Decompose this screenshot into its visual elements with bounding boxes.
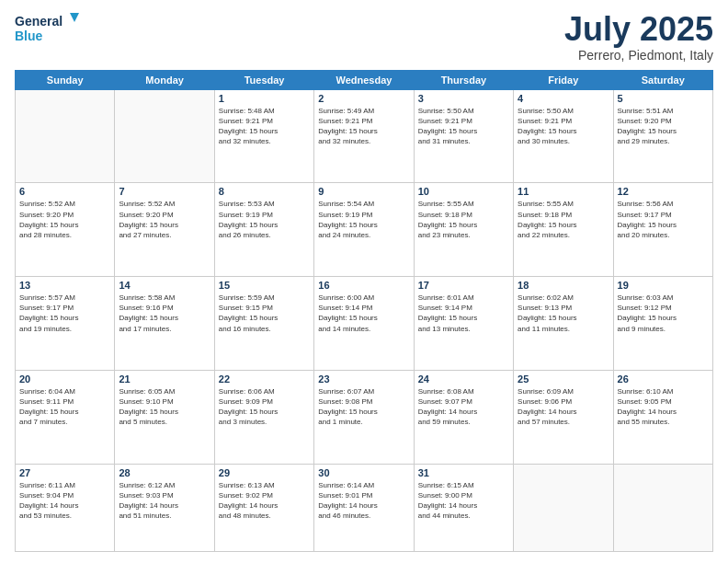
table-row: 22Sunrise: 6:06 AM Sunset: 9:09 PM Dayli…	[214, 370, 313, 464]
table-row: 16Sunrise: 6:00 AM Sunset: 9:14 PM Dayli…	[314, 277, 414, 371]
day-info: Sunrise: 6:03 AM Sunset: 9:12 PM Dayligh…	[618, 293, 709, 334]
day-number: 2	[318, 93, 409, 104]
month-title: July 2025	[564, 11, 713, 48]
day-info: Sunrise: 5:54 AM Sunset: 9:19 PM Dayligh…	[318, 199, 409, 240]
col-tuesday: Tuesday	[214, 70, 313, 89]
day-number: 28	[119, 467, 210, 478]
day-number: 17	[418, 280, 509, 291]
day-info: Sunrise: 6:11 AM Sunset: 9:04 PM Dayligh…	[19, 480, 110, 522]
table-row: 4Sunrise: 5:50 AM Sunset: 9:21 PM Daylig…	[514, 89, 613, 183]
calendar-week-row: 20Sunrise: 6:04 AM Sunset: 9:11 PM Dayli…	[16, 370, 713, 464]
day-info: Sunrise: 5:52 AM Sunset: 9:20 PM Dayligh…	[19, 199, 110, 240]
calendar-header-row: Sunday Monday Tuesday Wednesday Thursday…	[16, 70, 713, 89]
logo: General Blue	[15, 11, 79, 48]
table-row: 12Sunrise: 5:56 AM Sunset: 9:17 PM Dayli…	[613, 183, 712, 277]
table-row: 18Sunrise: 6:02 AM Sunset: 9:13 PM Dayli…	[514, 277, 613, 371]
day-info: Sunrise: 6:04 AM Sunset: 9:11 PM Dayligh…	[19, 386, 110, 428]
svg-text:Blue: Blue	[15, 29, 43, 43]
table-row: 8Sunrise: 5:53 AM Sunset: 9:19 PM Daylig…	[214, 183, 313, 277]
location: Perrero, Piedmont, Italy	[564, 48, 713, 63]
day-info: Sunrise: 6:05 AM Sunset: 9:10 PM Dayligh…	[119, 386, 210, 428]
day-info: Sunrise: 5:48 AM Sunset: 9:21 PM Dayligh…	[219, 106, 310, 147]
day-info: Sunrise: 5:58 AM Sunset: 9:16 PM Dayligh…	[119, 293, 210, 334]
table-row	[613, 464, 712, 551]
table-row	[16, 89, 115, 183]
day-number: 10	[418, 186, 509, 197]
day-info: Sunrise: 5:51 AM Sunset: 9:20 PM Dayligh…	[618, 106, 709, 147]
day-number: 12	[618, 186, 709, 197]
day-info: Sunrise: 5:59 AM Sunset: 9:15 PM Dayligh…	[219, 293, 310, 334]
day-info: Sunrise: 5:49 AM Sunset: 9:21 PM Dayligh…	[318, 106, 409, 147]
table-row: 10Sunrise: 5:55 AM Sunset: 9:18 PM Dayli…	[414, 183, 513, 277]
day-number: 18	[518, 280, 609, 291]
table-row: 27Sunrise: 6:11 AM Sunset: 9:04 PM Dayli…	[16, 464, 115, 551]
table-row: 28Sunrise: 6:12 AM Sunset: 9:03 PM Dayli…	[115, 464, 214, 551]
day-number: 24	[418, 373, 509, 385]
table-row: 3Sunrise: 5:50 AM Sunset: 9:21 PM Daylig…	[414, 89, 513, 183]
table-row: 6Sunrise: 5:52 AM Sunset: 9:20 PM Daylig…	[16, 183, 115, 277]
day-number: 22	[219, 373, 310, 385]
table-row: 19Sunrise: 6:03 AM Sunset: 9:12 PM Dayli…	[613, 277, 712, 371]
day-number: 31	[418, 467, 509, 478]
table-row: 7Sunrise: 5:52 AM Sunset: 9:20 PM Daylig…	[115, 183, 214, 277]
table-row: 9Sunrise: 5:54 AM Sunset: 9:19 PM Daylig…	[314, 183, 414, 277]
table-row: 23Sunrise: 6:07 AM Sunset: 9:08 PM Dayli…	[314, 370, 414, 464]
table-row: 17Sunrise: 6:01 AM Sunset: 9:14 PM Dayli…	[414, 277, 513, 371]
day-number: 30	[318, 467, 409, 478]
col-thursday: Thursday	[414, 70, 513, 89]
day-info: Sunrise: 5:55 AM Sunset: 9:18 PM Dayligh…	[418, 199, 509, 240]
header: General Blue July 2025 Perrero, Piedmont…	[15, 11, 713, 63]
calendar-week-row: 6Sunrise: 5:52 AM Sunset: 9:20 PM Daylig…	[16, 183, 713, 277]
day-info: Sunrise: 6:13 AM Sunset: 9:02 PM Dayligh…	[219, 480, 310, 522]
day-number: 20	[19, 373, 110, 385]
day-number: 8	[219, 186, 310, 197]
page: General Blue July 2025 Perrero, Piedmont…	[0, 0, 728, 563]
day-info: Sunrise: 6:08 AM Sunset: 9:07 PM Dayligh…	[418, 386, 509, 428]
day-info: Sunrise: 6:07 AM Sunset: 9:08 PM Dayligh…	[318, 386, 409, 428]
svg-marker-2	[70, 13, 79, 22]
day-info: Sunrise: 6:14 AM Sunset: 9:01 PM Dayligh…	[318, 480, 409, 522]
col-sunday: Sunday	[16, 70, 115, 89]
day-number: 29	[219, 467, 310, 478]
day-number: 15	[219, 280, 310, 291]
table-row: 29Sunrise: 6:13 AM Sunset: 9:02 PM Dayli…	[214, 464, 313, 551]
table-row: 24Sunrise: 6:08 AM Sunset: 9:07 PM Dayli…	[414, 370, 513, 464]
calendar-table: Sunday Monday Tuesday Wednesday Thursday…	[15, 70, 713, 552]
day-info: Sunrise: 6:09 AM Sunset: 9:06 PM Dayligh…	[518, 386, 609, 428]
day-number: 23	[318, 373, 409, 385]
table-row: 11Sunrise: 5:55 AM Sunset: 9:18 PM Dayli…	[514, 183, 613, 277]
day-number: 25	[518, 373, 609, 385]
table-row: 31Sunrise: 6:15 AM Sunset: 9:00 PM Dayli…	[414, 464, 513, 551]
day-number: 26	[618, 373, 709, 385]
day-number: 6	[19, 186, 110, 197]
col-wednesday: Wednesday	[314, 70, 414, 89]
day-info: Sunrise: 5:55 AM Sunset: 9:18 PM Dayligh…	[518, 199, 609, 240]
table-row: 20Sunrise: 6:04 AM Sunset: 9:11 PM Dayli…	[16, 370, 115, 464]
table-row: 13Sunrise: 5:57 AM Sunset: 9:17 PM Dayli…	[16, 277, 115, 371]
day-info: Sunrise: 6:12 AM Sunset: 9:03 PM Dayligh…	[119, 480, 210, 522]
day-info: Sunrise: 5:50 AM Sunset: 9:21 PM Dayligh…	[518, 106, 609, 147]
calendar-week-row: 1Sunrise: 5:48 AM Sunset: 9:21 PM Daylig…	[16, 89, 713, 183]
col-monday: Monday	[115, 70, 214, 89]
day-number: 9	[318, 186, 409, 197]
table-row: 1Sunrise: 5:48 AM Sunset: 9:21 PM Daylig…	[214, 89, 313, 183]
table-row: 26Sunrise: 6:10 AM Sunset: 9:05 PM Dayli…	[613, 370, 712, 464]
day-info: Sunrise: 5:52 AM Sunset: 9:20 PM Dayligh…	[119, 199, 210, 240]
day-number: 5	[618, 93, 709, 104]
table-row	[514, 464, 613, 551]
table-row: 15Sunrise: 5:59 AM Sunset: 9:15 PM Dayli…	[214, 277, 313, 371]
table-row: 25Sunrise: 6:09 AM Sunset: 9:06 PM Dayli…	[514, 370, 613, 464]
table-row: 21Sunrise: 6:05 AM Sunset: 9:10 PM Dayli…	[115, 370, 214, 464]
table-row: 14Sunrise: 5:58 AM Sunset: 9:16 PM Dayli…	[115, 277, 214, 371]
day-info: Sunrise: 5:53 AM Sunset: 9:19 PM Dayligh…	[219, 199, 310, 240]
calendar-week-row: 13Sunrise: 5:57 AM Sunset: 9:17 PM Dayli…	[16, 277, 713, 371]
day-info: Sunrise: 6:00 AM Sunset: 9:14 PM Dayligh…	[318, 293, 409, 334]
day-number: 7	[119, 186, 210, 197]
col-friday: Friday	[514, 70, 613, 89]
day-info: Sunrise: 6:01 AM Sunset: 9:14 PM Dayligh…	[418, 293, 509, 334]
table-row: 2Sunrise: 5:49 AM Sunset: 9:21 PM Daylig…	[314, 89, 414, 183]
svg-text:General: General	[15, 14, 63, 29]
day-number: 1	[219, 93, 310, 104]
day-info: Sunrise: 5:50 AM Sunset: 9:21 PM Dayligh…	[418, 106, 509, 147]
day-number: 21	[119, 373, 210, 385]
